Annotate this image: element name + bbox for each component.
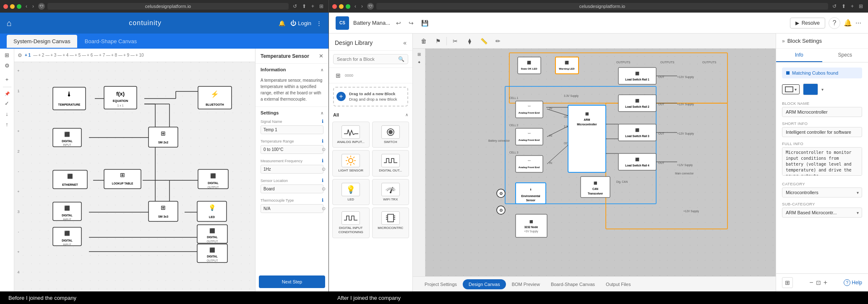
field-thermocouple-dropdown[interactable]: ⊙ [319, 206, 328, 211]
login-btn-left[interactable]: ⏻ Login [290, 20, 311, 26]
field-info-icon-4[interactable]: ℹ [322, 197, 323, 203]
help-icon-right[interactable]: ? [829, 17, 840, 29]
tl-yellow-right[interactable] [339, 4, 344, 9]
component-microcontrc[interactable]: MICROCONTRC [372, 208, 409, 238]
tab-bom-preview[interactable]: BOM Preview [507, 279, 545, 289]
sidebar-icon-check[interactable]: ✓ [5, 100, 9, 107]
panel-close-btn[interactable]: ✕ [319, 53, 323, 59]
browser-back-left[interactable]: ‹ [24, 3, 29, 10]
toolbar-pen-btn[interactable]: ✏ [492, 35, 504, 47]
field-info-icon-2[interactable]: ℹ [322, 158, 323, 164]
field-info-icon-3[interactable]: ℹ [322, 178, 323, 183]
browser-forward-right[interactable]: › [360, 3, 365, 10]
browser-grid-left[interactable]: ⊞ [318, 3, 325, 10]
add-block-area[interactable]: + Drag to add a new Block Drag and drop … [333, 87, 408, 107]
component-switch[interactable]: SWITCH [372, 122, 409, 148]
more-icon-right[interactable]: ⋯ [855, 20, 861, 26]
field-freq-input[interactable] [261, 165, 319, 173]
save-btn[interactable]: 💾 [420, 18, 430, 28]
sidebar-icon-add[interactable]: + [5, 76, 9, 83]
help-btn[interactable]: ? Help [844, 279, 862, 286]
next-step-btn[interactable]: Next Step [259, 275, 325, 288]
field-info-icon-0[interactable]: ℹ [322, 119, 323, 124]
toolbar-link-btn[interactable]: ⧫ [464, 35, 475, 47]
tl-red-left[interactable] [3, 4, 8, 9]
bs-tab-specs[interactable]: Specs [822, 49, 868, 62]
component-digital-output[interactable]: DIGITAL OUT... [372, 150, 409, 177]
dl-search-box[interactable]: 🔍 [333, 54, 408, 64]
browser-newtab-right[interactable]: + [849, 3, 855, 10]
bs-grid-btn[interactable]: ⊞ [782, 277, 793, 288]
tab-output-files[interactable]: Output Files [601, 279, 636, 289]
bs-expand-btn[interactable]: » [782, 38, 785, 44]
tab-board-shape-canvas[interactable]: Board-Shape Canvas [546, 279, 600, 289]
field-location-dropdown[interactable]: ⊙ [319, 186, 328, 192]
bs-full-info-textarea[interactable]: Microcontroller to monitor input conditi… [782, 147, 862, 176]
zoom-in-btn[interactable]: + [824, 279, 827, 286]
dl-collapse-btn[interactable]: « [403, 39, 407, 46]
browser-newtab-left[interactable]: + [310, 3, 316, 10]
component-light-sensor[interactable]: LIGHT SENSOR [332, 150, 370, 177]
resolve-btn[interactable]: ▶ Resolve [790, 18, 825, 29]
settings-toggle[interactable]: Settings ∧ [255, 107, 328, 119]
information-toggle[interactable]: Information ∧ [255, 64, 328, 75]
browser-share-right[interactable]: ⬆ [840, 3, 847, 10]
zoom-out-btn[interactable]: − [809, 279, 813, 286]
sidebar-icon-grid[interactable]: ⊞ [5, 52, 9, 58]
tab-system-design-canvas[interactable]: System-Design Canvas [7, 35, 77, 48]
toolbar-flag-btn[interactable]: ⚑ [432, 35, 444, 47]
color-picker-box[interactable] [803, 83, 818, 95]
browser-forward-left[interactable]: › [31, 3, 36, 10]
sidebar-icon-pin[interactable]: 📌 [5, 91, 10, 96]
rcs-icon-move[interactable]: ✦ [417, 60, 421, 65]
field-thermocouple-input[interactable] [261, 205, 319, 213]
field-location-input[interactable] [261, 185, 319, 193]
dl-search-icon-btn[interactable]: 🔍 [398, 56, 404, 62]
menu-icon-left[interactable]: ⋮ [316, 20, 322, 26]
add-block-plus-btn[interactable]: + [336, 92, 346, 101]
url-bar-left[interactable]: celusdesignplatform.io [47, 3, 289, 10]
tab-project-settings[interactable]: Project Settings [420, 279, 462, 289]
component-digital-input-cond[interactable]: DIGITAL INPUT CONDITIONING [332, 208, 370, 238]
toolbar-ruler-btn[interactable]: 📏 [478, 35, 490, 47]
bell-icon-left[interactable]: 🔔 [279, 20, 285, 26]
tl-green-right[interactable] [346, 4, 350, 9]
component-led[interactable]: 💡 LED [332, 179, 370, 205]
field-info-icon-1[interactable]: ℹ [322, 138, 323, 144]
redo-btn[interactable]: ↪ [407, 18, 415, 28]
bs-subcategory-select[interactable]: ARM Based Microcontr... [782, 208, 862, 218]
bs-short-info-input[interactable] [782, 127, 862, 137]
browser-back-right[interactable]: ‹ [353, 3, 358, 10]
component-wifi-trx[interactable]: WIFI TRX [372, 179, 409, 205]
browser-grid-right[interactable]: ⊞ [857, 3, 865, 10]
field-freq-dropdown[interactable]: ⊙ [319, 166, 328, 172]
browser-reload-right[interactable]: ↺ [831, 3, 838, 10]
sidebar-icon-settings[interactable]: ⚙ [5, 62, 10, 69]
rcs-icon-grid[interactable]: ⊞ [417, 52, 421, 57]
dl-grid-view-btn[interactable]: ⊞ [333, 70, 343, 81]
bell-icon-right[interactable]: 🔔 [844, 19, 852, 27]
tl-green-left[interactable] [17, 4, 21, 9]
home-icon-left[interactable]: ⌂ [7, 18, 12, 28]
sidebar-icon-upload[interactable]: ↑ [5, 121, 8, 127]
browser-reload-left[interactable]: ↺ [291, 3, 299, 10]
browser-share-left[interactable]: ⬆ [300, 3, 308, 10]
toolbar-cut-btn[interactable]: ✂ [449, 35, 461, 47]
bs-tab-info[interactable]: Info [776, 49, 822, 62]
settings-icon-canvas[interactable]: ⚙ [18, 52, 22, 58]
zoom-fit-btn[interactable]: ⊡ [816, 279, 821, 286]
tl-red-right[interactable] [332, 4, 337, 9]
sidebar-icon-download[interactable]: ↓ [5, 111, 8, 117]
bs-category-select[interactable]: Microcontrollers [782, 187, 862, 197]
field-temp-range-input[interactable] [261, 146, 319, 153]
field-signal-name-input[interactable] [261, 125, 323, 134]
field-temp-range-dropdown[interactable]: ⊙ [319, 147, 328, 152]
tab-board-shape-canvas[interactable]: Board-Shape Canvas [78, 35, 143, 48]
shape-selector-box[interactable]: ▾ [782, 84, 800, 94]
toolbar-delete-btn[interactable]: 🗑 [418, 35, 430, 47]
undo-btn[interactable]: ↩ [394, 18, 403, 28]
dl-section-collapse-btn[interactable]: ∧ [405, 112, 408, 117]
dl-search-input[interactable] [337, 57, 396, 62]
bs-block-name-input[interactable] [782, 107, 862, 117]
tl-yellow-left[interactable] [10, 4, 15, 9]
